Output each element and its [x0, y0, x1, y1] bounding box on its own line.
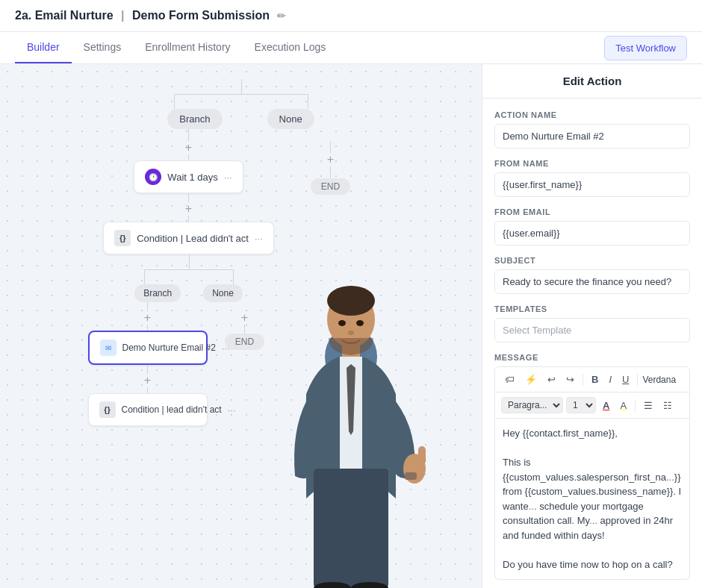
test-workflow-button[interactable]: Test Workflow [604, 36, 687, 60]
condition-1-label: Condition | Lead didn't act [137, 233, 249, 244]
toolbar-sep-3 [635, 399, 636, 411]
action-name-input[interactable] [494, 124, 690, 148]
edit-title-icon[interactable]: ✏ [277, 10, 286, 22]
underline-btn[interactable]: U [618, 372, 633, 387]
nav-tabs-list: Builder Settings Enrollment History Exec… [15, 32, 338, 63]
style-select[interactable]: Paragra... [501, 397, 563, 413]
branch-node-top[interactable]: Branch [167, 109, 222, 129]
action-name-label: ACTION NAME [494, 110, 690, 119]
condition-icon-1: {} [114, 230, 131, 246]
wait-node[interactable]: 🕐 Wait 1 days ··· [134, 160, 243, 193]
message-group: MESSAGE 🏷 ⚡ ↩ ↪ B I U Verdana [494, 353, 690, 580]
from-email-group: FROM EMAIL [494, 207, 690, 245]
message-label: MESSAGE [494, 353, 690, 362]
second-branch-container: Branch None + ✉ [122, 254, 256, 426]
title-main: 2a. Email Nurture [15, 9, 114, 22]
from-email-label: FROM EMAIL [494, 207, 690, 216]
condition-node-2[interactable]: {} Condition | lead didn't act ··· [88, 393, 208, 426]
subject-group: SUBJECT [494, 256, 690, 294]
title-sub: Demo Form Submission [132, 9, 270, 22]
workflow-canvas[interactable]: Branch None + 🕐 Wait 1 days ··· [0, 64, 482, 588]
from-name-input[interactable] [494, 172, 690, 197]
panel-body: ACTION NAME FROM NAME FROM EMAIL SUBJECT… [482, 98, 702, 588]
unordered-list-btn[interactable]: ☰ [640, 398, 656, 413]
ordered-list-btn[interactable]: ☷ [659, 398, 676, 413]
none-col-bottom: None [203, 284, 243, 302]
toolbar-sep-1 [583, 374, 583, 386]
condition-1-more-btn[interactable]: ··· [255, 233, 263, 244]
panel-header: Edit Action [482, 64, 702, 98]
font-name: Verdana [642, 375, 676, 385]
toolbar-sep-2 [637, 374, 638, 386]
email-node[interactable]: ✉ Demo Nurture Email #2 ··· [88, 331, 208, 365]
tab-execution-logs[interactable]: Execution Logs [243, 32, 338, 63]
none-node-top[interactable]: None [267, 109, 314, 129]
size-select[interactable]: 1 [566, 397, 596, 413]
tab-builder[interactable]: Builder [15, 32, 72, 63]
from-name-label: FROM NAME [494, 159, 690, 168]
main-content: Branch None + 🕐 Wait 1 days ··· [0, 64, 702, 588]
condition-2-label: Condition | lead didn't act [122, 404, 222, 415]
nav-tabs: Builder Settings Enrollment History Exec… [0, 32, 702, 64]
editor-toolbar-row1: 🏷 ⚡ ↩ ↪ B I U Verdana [494, 366, 690, 392]
end-node-top: END [311, 178, 350, 195]
bold-btn[interactable]: B [588, 372, 602, 387]
branch-col-top: Branch [167, 109, 222, 129]
condition-icon-2: {} [99, 401, 116, 418]
email-icon: ✉ [100, 340, 117, 356]
wait-more-btn[interactable]: ··· [224, 172, 232, 183]
wait-label: Wait 1 days [167, 172, 217, 183]
templates-select[interactable]: Select Template [494, 318, 690, 343]
undo-btn[interactable]: ↩ [544, 372, 559, 387]
condition-node-1[interactable]: {} Condition | Lead didn't act ··· [103, 222, 274, 254]
plus-connector-1[interactable]: + [185, 141, 192, 154]
message-editor[interactable]: Hey {{contact.first_name}}, This is {{cu… [494, 419, 690, 580]
none-node-bottom[interactable]: None [203, 284, 243, 302]
bottom-left-flow: + ✉ Demo Nurture Email #2 ··· + [103, 302, 193, 426]
from-name-group: FROM NAME [494, 159, 690, 197]
action-name-group: ACTION NAME [494, 110, 690, 148]
subject-input[interactable] [494, 269, 690, 294]
none-col-top: None [267, 109, 314, 129]
tab-enrollment-history[interactable]: Enrollment History [133, 32, 242, 63]
italic-btn[interactable]: I [605, 372, 615, 387]
right-panel: Edit Action ACTION NAME FROM NAME FROM E… [482, 64, 702, 588]
plus-connector-r1[interactable]: + [327, 153, 334, 166]
bottom-right-flow: + END [215, 302, 275, 426]
highlight-btn[interactable]: A [616, 398, 630, 413]
editor-toolbar-row2: Paragra... 1 A A ☰ ☷ [494, 392, 690, 419]
branch-col-bottom: Branch [134, 284, 181, 302]
email-node-label: Demo Nurture Email #2 [122, 343, 216, 353]
branch-node-bottom[interactable]: Branch [134, 284, 181, 302]
tab-settings[interactable]: Settings [72, 32, 134, 63]
plus-connector-r2[interactable]: + [241, 311, 248, 325]
subject-label: SUBJECT [494, 256, 690, 265]
redo-btn[interactable]: ↪ [562, 372, 578, 387]
left-branch-flow: + 🕐 Wait 1 days ··· + {} Condition | Lea… [122, 129, 256, 254]
wait-icon: 🕐 [145, 169, 161, 185]
plus-connector-2[interactable]: + [185, 202, 192, 216]
templates-label: TEMPLATES [494, 304, 690, 313]
page-title: 2a. Email Nurture | Demo Form Submission [15, 9, 270, 22]
canvas-inner: Branch None + 🕐 Wait 1 days ··· [0, 64, 482, 588]
from-email-input[interactable] [494, 221, 690, 245]
tag-btn[interactable]: 🏷 [501, 372, 518, 387]
templates-group: TEMPLATES Select Template [494, 304, 690, 343]
plus-connector-3[interactable]: + [144, 311, 151, 325]
title-separator: | [121, 9, 124, 22]
plus-connector-4[interactable]: + [144, 374, 151, 387]
right-branch-flow: + END [301, 129, 361, 254]
lightning-btn[interactable]: ⚡ [521, 372, 541, 387]
text-color-btn[interactable]: A [599, 398, 613, 413]
page-header: 2a. Email Nurture | Demo Form Submission… [0, 0, 702, 32]
end-node-bottom: END [225, 334, 264, 350]
